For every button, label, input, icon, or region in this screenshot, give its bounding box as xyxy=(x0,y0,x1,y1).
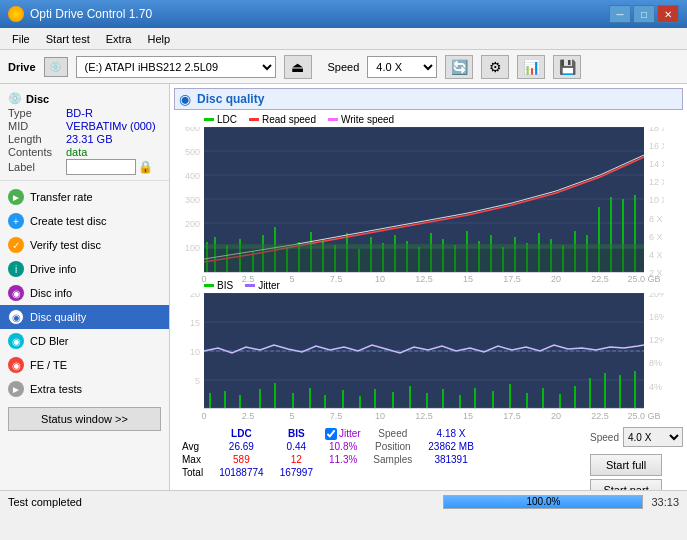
stats-position-value: 23862 MB xyxy=(420,440,482,453)
save-button[interactable]: 💾 xyxy=(553,55,581,79)
stats-row-total-jitter xyxy=(321,466,365,479)
svg-rect-72 xyxy=(204,249,644,272)
legend-write-speed: Write speed xyxy=(328,114,394,125)
start-full-button[interactable]: Start full xyxy=(590,454,662,476)
svg-rect-118 xyxy=(526,393,528,408)
svg-text:18 X: 18 X xyxy=(649,127,664,133)
svg-rect-107 xyxy=(342,390,344,408)
disc-quality-icon: ◉ xyxy=(8,309,24,325)
svg-text:12.5: 12.5 xyxy=(415,274,433,282)
status-text: Test completed xyxy=(8,496,435,508)
menu-file[interactable]: File xyxy=(4,31,38,47)
start-part-button[interactable]: Start part xyxy=(590,479,662,490)
window-controls: ─ □ ✕ xyxy=(609,5,679,23)
stats-header-empty xyxy=(174,427,211,440)
drive-info-icon: i xyxy=(8,261,24,277)
svg-text:100: 100 xyxy=(185,243,200,253)
svg-rect-106 xyxy=(324,395,326,408)
menu-start-test[interactable]: Start test xyxy=(38,31,98,47)
stats-row-avg-jitter: 10.8% xyxy=(321,440,365,453)
svg-rect-104 xyxy=(292,393,294,408)
sidebar-item-drive-info[interactable]: iDrive info xyxy=(0,257,169,281)
stats-row-total-label: Total xyxy=(174,466,211,479)
chart-area: ◉ Disc quality LDC Read speed Write spee… xyxy=(170,84,687,490)
settings-button[interactable]: ⚙ xyxy=(481,55,509,79)
maximize-button[interactable]: □ xyxy=(633,5,655,23)
sidebar-item-transfer-rate[interactable]: ►Transfer rate xyxy=(0,185,169,209)
svg-rect-121 xyxy=(574,386,576,408)
svg-text:5: 5 xyxy=(289,274,294,282)
svg-text:15: 15 xyxy=(463,274,473,282)
jitter-checkbox[interactable] xyxy=(325,428,337,440)
stats-speed-selector[interactable]: 4.0 X xyxy=(623,427,683,447)
disc-section-icon: 💿 xyxy=(8,92,22,105)
drive-info-label: Drive info xyxy=(30,263,76,275)
top-chart-wrapper: 600 500 400 300 200 100 18 X 16 X 14 X 1… xyxy=(174,127,683,284)
disc-label-input[interactable] xyxy=(66,159,136,175)
fe-te-icon: ◉ xyxy=(8,357,24,373)
disc-quality-label: Disc quality xyxy=(30,311,86,323)
time-display: 33:13 xyxy=(651,496,679,508)
create-test-icon: + xyxy=(8,213,24,229)
svg-text:7.5: 7.5 xyxy=(330,274,343,282)
drive-selector[interactable]: (E:) ATAPI iHBS212 2.5L09 xyxy=(76,56,276,78)
menu-help[interactable]: Help xyxy=(139,31,178,47)
status-window-button[interactable]: Status window >> xyxy=(8,407,161,431)
stats-row-total-bis: 167997 xyxy=(272,466,321,479)
stats-speed-value: 4.18 X xyxy=(420,427,482,440)
svg-rect-112 xyxy=(426,393,428,408)
refresh-button[interactable]: 🔄 xyxy=(445,55,473,79)
svg-rect-99 xyxy=(209,393,211,408)
speed-select-label: Speed xyxy=(590,432,619,443)
sidebar-item-disc-quality[interactable]: ◉Disc quality xyxy=(0,305,169,329)
svg-text:12%: 12% xyxy=(649,335,664,345)
svg-rect-73 xyxy=(204,293,644,408)
svg-text:14 X: 14 X xyxy=(649,159,664,169)
svg-text:17.5: 17.5 xyxy=(503,411,521,421)
sidebar-item-verify-test[interactable]: ✓Verify test disc xyxy=(0,233,169,257)
sidebar-item-fe-te[interactable]: ◉FE / TE xyxy=(0,353,169,377)
stats-position-label: Position xyxy=(365,440,420,453)
transfer-rate-label: Transfer rate xyxy=(30,191,93,203)
svg-rect-115 xyxy=(474,388,476,408)
svg-text:10 X: 10 X xyxy=(649,195,664,205)
svg-text:20: 20 xyxy=(551,411,561,421)
svg-text:400: 400 xyxy=(185,171,200,181)
stats-area: LDC BIS Jitter Speed 4.18 X Avg 26.69 0.… xyxy=(174,427,683,490)
main-content: 💿 Disc Type BD-R MID VERBATIMv (000) Len… xyxy=(0,84,687,490)
app-title: Opti Drive Control 1.70 xyxy=(30,7,152,21)
legend-ldc-label: LDC xyxy=(217,114,237,125)
svg-rect-122 xyxy=(589,378,591,408)
stats-row-max-label: Max xyxy=(174,453,211,466)
stats-row-avg-bis: 0.44 xyxy=(272,440,321,453)
close-button[interactable]: ✕ xyxy=(657,5,679,23)
disc-label-row: Label 🔒 xyxy=(8,159,161,175)
svg-text:300: 300 xyxy=(185,195,200,205)
graph-button[interactable]: 📊 xyxy=(517,55,545,79)
svg-text:25.0 GB: 25.0 GB xyxy=(627,274,660,282)
sidebar-item-create-test[interactable]: +Create test disc xyxy=(0,209,169,233)
speed-selector[interactable]: 4.0 X xyxy=(367,56,437,78)
svg-text:15: 15 xyxy=(463,411,473,421)
verify-test-label: Verify test disc xyxy=(30,239,101,251)
disc-mid-label: MID xyxy=(8,120,66,132)
legend-write-label: Write speed xyxy=(341,114,394,125)
svg-text:500: 500 xyxy=(185,147,200,157)
cd-bler-icon: ◉ xyxy=(8,333,24,349)
svg-text:10: 10 xyxy=(190,347,200,357)
sidebar-item-disc-info[interactable]: ◉Disc info xyxy=(0,281,169,305)
sidebar: 💿 Disc Type BD-R MID VERBATIMv (000) Len… xyxy=(0,84,170,490)
svg-text:8%: 8% xyxy=(649,358,662,368)
menu-extra[interactable]: Extra xyxy=(98,31,140,47)
minimize-button[interactable]: ─ xyxy=(609,5,631,23)
sidebar-item-cd-bler[interactable]: ◉CD Bler xyxy=(0,329,169,353)
sidebar-item-extra-tests[interactable]: ►Extra tests xyxy=(0,377,169,401)
drive-eject-button[interactable]: ⏏ xyxy=(284,55,312,79)
svg-text:200: 200 xyxy=(185,219,200,229)
svg-rect-111 xyxy=(409,386,411,408)
svg-text:22.5: 22.5 xyxy=(591,274,609,282)
disc-contents-label: Contents xyxy=(8,146,66,158)
svg-text:10: 10 xyxy=(375,274,385,282)
extra-tests-icon: ► xyxy=(8,381,24,397)
svg-text:12 X: 12 X xyxy=(649,177,664,187)
